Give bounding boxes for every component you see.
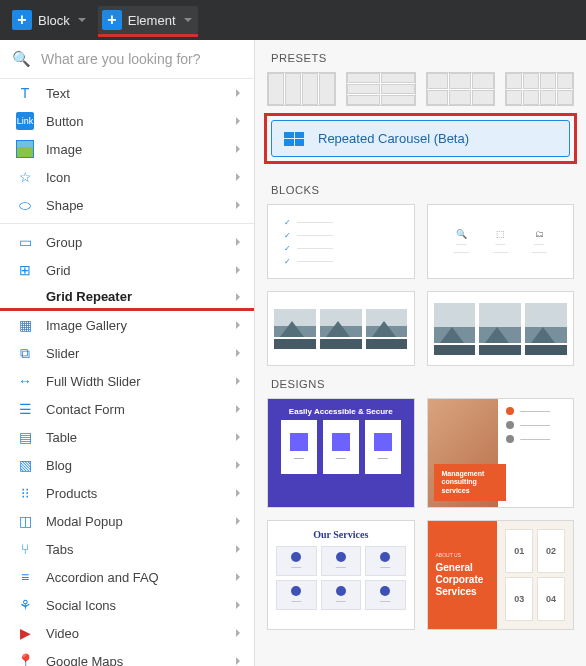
blog-icon: ▧ xyxy=(16,456,34,474)
block-template[interactable] xyxy=(427,291,575,366)
block-template[interactable]: 🔍————— ⬚————— 🗂————— xyxy=(427,204,575,279)
chevron-down-icon xyxy=(184,18,192,22)
chevron-right-icon xyxy=(236,517,240,525)
plus-icon: + xyxy=(12,10,32,30)
menu-item-button[interactable]: LinkButton xyxy=(0,107,254,135)
menu-item-blog[interactable]: ▧Blog xyxy=(0,451,254,479)
menu-item-image-gallery[interactable]: ▦Image Gallery xyxy=(0,311,254,339)
blocks-header: BLOCKS xyxy=(267,172,574,204)
menu-item-full-width-slider[interactable]: ↔Full Width Slider xyxy=(0,367,254,395)
menu-item-products[interactable]: ⁝⁝Products xyxy=(0,479,254,507)
menu-item-label: Text xyxy=(46,86,224,101)
menu-item-group[interactable]: ▭Group xyxy=(0,228,254,256)
chevron-right-icon xyxy=(236,461,240,469)
chevron-right-icon xyxy=(236,489,240,497)
menu-item-table[interactable]: ▤Table xyxy=(0,423,254,451)
image-gallery-icon: ▦ xyxy=(16,316,34,334)
chevron-down-icon xyxy=(78,18,86,22)
menu-item-label: Accordion and FAQ xyxy=(46,570,224,585)
chevron-right-icon xyxy=(236,601,240,609)
shape-icon: ⬭ xyxy=(16,196,34,214)
detail-panel: PRESETS Repeated Carousel (Beta) BLOCKS … xyxy=(255,40,586,666)
full-width-slider-icon: ↔ xyxy=(16,372,34,390)
menu-item-label: Slider xyxy=(46,346,224,361)
menu-item-text[interactable]: TText xyxy=(0,79,254,107)
add-block-label: Block xyxy=(38,13,70,28)
preset-layout[interactable] xyxy=(426,72,495,106)
slider-icon: ⧉ xyxy=(16,344,34,362)
chevron-right-icon xyxy=(236,545,240,553)
menu-item-label: Tabs xyxy=(46,542,224,557)
menu-item-label: Video xyxy=(46,626,224,641)
chevron-right-icon xyxy=(236,657,240,665)
element-sidebar: 🔍 TTextLinkButtonImage☆Icon⬭Shape▭Group⊞… xyxy=(0,40,255,666)
chevron-right-icon xyxy=(236,201,240,209)
menu-item-label: Full Width Slider xyxy=(46,374,224,389)
highlight-underline xyxy=(98,34,198,37)
menu-item-tabs[interactable]: ⑂Tabs xyxy=(0,535,254,563)
icon-icon: ☆ xyxy=(16,168,34,186)
repeated-carousel-preset[interactable]: Repeated Carousel (Beta) xyxy=(271,120,570,157)
chevron-right-icon xyxy=(236,377,240,385)
topbar: + Block + Element xyxy=(0,0,586,40)
menu-item-shape[interactable]: ⬭Shape xyxy=(0,191,254,219)
design-template[interactable]: Our Services —— —— —— —— —— —— xyxy=(267,520,415,630)
preset-layout[interactable] xyxy=(505,72,574,106)
menu-item-image[interactable]: Image xyxy=(0,135,254,163)
chevron-right-icon xyxy=(236,89,240,97)
design-template[interactable]: Management consulting services ————— ———… xyxy=(427,398,575,508)
designs-grid: Easily Accessible & Secure —— —— —— Mana… xyxy=(267,398,574,630)
menu-item-grid-repeater[interactable]: Grid Repeater xyxy=(0,284,254,309)
grid-icon: ⊞ xyxy=(16,261,34,279)
search-icon: 🔍 xyxy=(12,50,31,68)
menu-item-label: Image xyxy=(46,142,224,157)
add-block-button[interactable]: + Block xyxy=(8,6,92,34)
menu-item-label: Shape xyxy=(46,198,224,213)
menu-item-label: Icon xyxy=(46,170,224,185)
grid-repeater-icon xyxy=(16,291,34,303)
add-element-button[interactable]: + Element xyxy=(98,6,198,34)
chevron-right-icon xyxy=(236,405,240,413)
search-bar[interactable]: 🔍 xyxy=(0,40,254,79)
menu-item-google-maps[interactable]: 📍Google Maps xyxy=(0,647,254,666)
menu-item-modal-popup[interactable]: ◫Modal Popup xyxy=(0,507,254,535)
highlighted-preset: Repeated Carousel (Beta) xyxy=(264,113,577,164)
preset-layout[interactable] xyxy=(346,72,415,106)
block-template[interactable]: ✓—————— ✓—————— ✓—————— ✓—————— xyxy=(267,204,415,279)
menu-item-label: Image Gallery xyxy=(46,318,224,333)
menu-item-video[interactable]: ▶Video xyxy=(0,619,254,647)
tabs-icon: ⑂ xyxy=(16,540,34,558)
chevron-right-icon xyxy=(236,173,240,181)
menu-item-accordion-faq[interactable]: ≡Accordion and FAQ xyxy=(0,563,254,591)
menu-item-social-icons[interactable]: ⚘Social Icons xyxy=(0,591,254,619)
menu-item-label: Modal Popup xyxy=(46,514,224,529)
menu-item-label: Group xyxy=(46,235,224,250)
chevron-right-icon xyxy=(236,293,240,301)
menu-item-label: Google Maps xyxy=(46,654,224,667)
group-icon: ▭ xyxy=(16,233,34,251)
element-menu: TTextLinkButtonImage☆Icon⬭Shape▭Group⊞Gr… xyxy=(0,79,254,666)
menu-item-icon[interactable]: ☆Icon xyxy=(0,163,254,191)
modal-popup-icon: ◫ xyxy=(16,512,34,530)
chevron-right-icon xyxy=(236,573,240,581)
menu-item-slider[interactable]: ⧉Slider xyxy=(0,339,254,367)
design-template[interactable]: ABOUT US General Corporate Services 01 0… xyxy=(427,520,575,630)
menu-item-grid[interactable]: ⊞Grid xyxy=(0,256,254,284)
presets-header: PRESETS xyxy=(267,40,574,72)
design-template[interactable]: Easily Accessible & Secure —— —— —— xyxy=(267,398,415,508)
menu-item-label: Contact Form xyxy=(46,402,224,417)
contact-form-icon: ☰ xyxy=(16,400,34,418)
chevron-right-icon xyxy=(236,117,240,125)
carousel-icon xyxy=(284,132,304,146)
text-icon: T xyxy=(16,84,34,102)
menu-item-label: Grid Repeater xyxy=(46,289,224,304)
presets-row xyxy=(267,72,574,106)
search-input[interactable] xyxy=(41,51,242,67)
google-maps-icon: 📍 xyxy=(16,652,34,666)
chevron-right-icon xyxy=(236,266,240,274)
block-template[interactable] xyxy=(267,291,415,366)
designs-header: DESIGNS xyxy=(267,366,574,398)
menu-item-contact-form[interactable]: ☰Contact Form xyxy=(0,395,254,423)
preset-layout[interactable] xyxy=(267,72,336,106)
video-icon: ▶ xyxy=(16,624,34,642)
